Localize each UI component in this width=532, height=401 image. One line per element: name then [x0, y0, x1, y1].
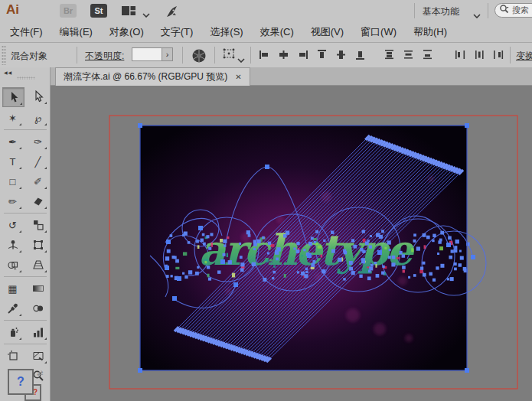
- tool-paintbrush[interactable]: ✐: [28, 172, 48, 191]
- recolor-artwork-icon[interactable]: [191, 47, 207, 67]
- tool-puppet-warp[interactable]: [2, 236, 23, 254]
- document-tab-title: 潮流字体.ai @ 66.67% (RGB/GPU 预览): [64, 70, 227, 83]
- tool-direct-selection[interactable]: [28, 87, 48, 106]
- swap-fill-stroke-icon[interactable]: ⇄: [37, 369, 43, 377]
- menu-bar: 文件(F)编辑(E)对象(O)文字(T)选择(S)效果(C)视图(V)窗口(W)…: [0, 21, 532, 43]
- tool-mesh[interactable]: ▦: [2, 279, 23, 298]
- tool-eraser[interactable]: [28, 192, 48, 210]
- tool-selection[interactable]: [2, 87, 24, 107]
- align-bottom-button[interactable]: [354, 48, 367, 61]
- close-tab-icon[interactable]: ✕: [235, 73, 241, 81]
- separator: [250, 47, 251, 64]
- separator: [182, 47, 183, 64]
- menu-item-0[interactable]: 文件(F): [2, 21, 51, 42]
- fill-color-swatch[interactable]: ?: [8, 369, 34, 395]
- opacity-spinner-button[interactable]: ›: [162, 47, 173, 61]
- collapse-panel-button[interactable]: ◀◀: [4, 70, 12, 75]
- stock-button[interactable]: St: [90, 4, 107, 18]
- arrange-documents-icon[interactable]: [121, 5, 136, 20]
- opacity-link[interactable]: 不透明度:: [85, 50, 124, 63]
- tool-symbol-sprayer[interactable]: [2, 323, 23, 341]
- align-h-center-button[interactable]: [277, 48, 290, 61]
- document-tab-bar: 潮流字体.ai @ 66.67% (RGB/GPU 预览) ✕: [51, 67, 532, 86]
- tool-artboard[interactable]: [2, 347, 23, 365]
- share-rocket-icon[interactable]: [165, 4, 180, 22]
- separator: [488, 3, 488, 18]
- menu-item-7[interactable]: 窗口(W): [352, 21, 405, 42]
- fill-stroke-controls: ? ? ⇄: [0, 369, 51, 401]
- search-input[interactable]: 搜索: [494, 3, 532, 18]
- tool-blend[interactable]: [28, 299, 48, 318]
- chevron-down-icon[interactable]: [142, 7, 150, 21]
- tool-pencil[interactable]: ✏: [2, 192, 23, 210]
- menu-item-1[interactable]: 编辑(E): [51, 21, 101, 42]
- menu-item-3[interactable]: 文字(T): [152, 21, 202, 42]
- reference-point-icon[interactable]: [223, 48, 237, 62]
- artwork[interactable]: archetype: [51, 86, 532, 401]
- menu-item-2[interactable]: 对象(O): [101, 21, 152, 42]
- search-icon: [499, 4, 510, 18]
- tool-eyedropper[interactable]: [2, 299, 23, 318]
- tool-magic-wand[interactable]: ✶: [2, 109, 23, 127]
- tool-perspective-grid[interactable]: [28, 256, 48, 274]
- tool-separator: [4, 213, 47, 214]
- tool-separator: [4, 344, 47, 344]
- distribute-bottom-button[interactable]: [421, 48, 434, 61]
- tools-list: ✶℘✒✑T╱□✐✏↺▦: [2, 87, 48, 386]
- separator: [510, 47, 511, 64]
- separator: [77, 47, 77, 64]
- context-label: 混合对象: [11, 50, 47, 63]
- tool-line-segment[interactable]: ╱: [28, 152, 48, 171]
- tool-separator: [4, 320, 47, 321]
- panel-grip[interactable]: [2, 45, 6, 65]
- menu-item-8[interactable]: 帮助(H): [405, 21, 455, 42]
- bridge-button[interactable]: Br: [60, 4, 77, 18]
- illustrator-logo: Ai: [6, 2, 19, 18]
- separator: [414, 3, 415, 18]
- menu-item-5[interactable]: 效果(C): [252, 21, 302, 42]
- opacity-input[interactable]: [132, 47, 162, 61]
- tool-shape-builder[interactable]: [2, 256, 23, 274]
- distribute-left-button[interactable]: [454, 48, 467, 61]
- transform-link[interactable]: 变换: [516, 50, 532, 63]
- tool-slice[interactable]: [28, 347, 48, 365]
- menu-item-6[interactable]: 视图(V): [302, 21, 352, 42]
- canvas-area[interactable]: archetype: [51, 86, 532, 401]
- tool-curvature[interactable]: ✑: [28, 132, 48, 151]
- distribute-right-button[interactable]: [492, 48, 505, 61]
- tool-rotate[interactable]: ↺: [2, 216, 23, 234]
- align-right-button[interactable]: [296, 48, 309, 61]
- app-bar: Ai Br St 基本功能 搜索: [0, 0, 532, 22]
- align-left-button[interactable]: [258, 48, 271, 61]
- chevron-down-icon[interactable]: [473, 8, 481, 21]
- document-tab[interactable]: 潮流字体.ai @ 66.67% (RGB/GPU 预览) ✕: [55, 67, 250, 86]
- search-placeholder: 搜索: [512, 5, 529, 16]
- tool-free-transform[interactable]: [28, 236, 48, 254]
- panel-grip[interactable]: [17, 77, 35, 80]
- menu-item-4[interactable]: 选择(S): [201, 21, 251, 42]
- separator: [214, 47, 215, 64]
- tool-separator: [4, 276, 47, 277]
- distribute-v-center-button[interactable]: [402, 48, 415, 61]
- tools-panel: ◀◀ ✶℘✒✑T╱□✐✏↺▦ ? ? ⇄: [0, 67, 51, 401]
- align-top-button[interactable]: [315, 48, 328, 61]
- chevron-down-icon[interactable]: [237, 52, 245, 66]
- distribute-h-center-button[interactable]: [473, 48, 486, 61]
- tool-column-graph[interactable]: [28, 323, 48, 341]
- tool-pen[interactable]: ✒: [2, 132, 23, 151]
- tool-lasso[interactable]: ℘: [28, 109, 48, 127]
- tool-separator: [4, 129, 47, 130]
- workspace-switcher[interactable]: 基本功能: [423, 5, 459, 18]
- tool-scale[interactable]: [28, 216, 48, 234]
- tool-type[interactable]: T: [2, 152, 23, 171]
- control-bar: 混合对象 不透明度: › 变换: [0, 43, 532, 68]
- tool-gradient[interactable]: [28, 279, 48, 298]
- align-v-center-button[interactable]: [335, 48, 348, 61]
- distribute-top-button[interactable]: [383, 48, 396, 61]
- tool-rectangle[interactable]: □: [2, 172, 23, 191]
